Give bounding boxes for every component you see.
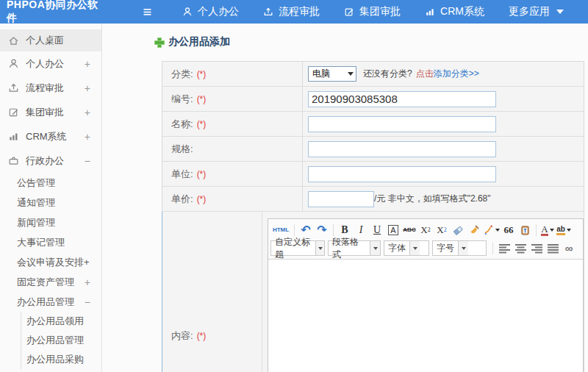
chart-icon — [7, 131, 19, 142]
link-icon[interactable]: ∞ — [562, 241, 576, 256]
nav-label: 个人办公 — [198, 5, 239, 18]
required-mark: (*) — [197, 119, 207, 129]
sidebar-item-supplies-claim[interactable]: 办公用品领用 — [21, 312, 101, 331]
bold-button[interactable]: B — [337, 223, 352, 237]
category-select[interactable]: 电脑 — [308, 66, 356, 82]
sidebar-item-label: CRM系统 — [26, 130, 67, 143]
format-brush-icon[interactable] — [467, 223, 481, 237]
undo-icon[interactable]: ↶ — [298, 223, 313, 237]
field-label: 内容: — [171, 329, 193, 343]
sidebar-item-supplies-manage[interactable]: 办公用品管理 — [21, 331, 101, 350]
collapse-minus-icon: − — [85, 155, 90, 167]
expand-plus-icon: + — [85, 58, 90, 70]
caret-down-icon — [550, 229, 554, 232]
collapse-minus-icon: − — [85, 296, 90, 308]
editor-content-area[interactable] — [268, 260, 583, 372]
home-icon — [7, 35, 19, 46]
eraser-icon[interactable] — [451, 223, 465, 237]
auto-typeset-icon[interactable] — [483, 223, 500, 237]
align-right-icon[interactable] — [529, 241, 544, 256]
sidebar-item-fixed-assets-mgmt[interactable]: 固定资产管理 + — [0, 272, 101, 292]
sidebar-item-notice-mgmt[interactable]: 通知管理 — [0, 193, 101, 212]
align-left-icon[interactable] — [497, 241, 512, 256]
source-code-button[interactable]: HTML — [271, 223, 290, 237]
expand-plus-icon: + — [85, 276, 90, 288]
sidebar-item-personal-desktop[interactable]: 个人桌面 — [0, 29, 101, 51]
toolbar-divider — [492, 243, 493, 254]
name-input[interactable] — [308, 116, 496, 132]
sidebar-item-crm-system[interactable]: CRM系统 + — [0, 124, 101, 149]
custom-title-select[interactable]: 自定义标题 — [270, 240, 325, 256]
sidebar-item-group-approval[interactable]: 集团审批 + — [0, 100, 101, 124]
sidebar-item-process-approval[interactable]: 流程审批 + — [0, 76, 101, 100]
top-bar: PHPOA协同办公软件 ≡ 个人办公 流程审批 集团审批 CRM系统 更多应用 — [0, 0, 588, 24]
add-icon — [154, 37, 163, 46]
category-selected-value: 电脑 — [312, 68, 330, 80]
price-input[interactable] — [308, 191, 374, 207]
nav-personal-office[interactable]: 个人办公 — [182, 5, 239, 18]
sidebar-item-news-mgmt[interactable]: 新闻管理 — [0, 212, 101, 232]
spec-input[interactable] — [308, 141, 496, 157]
redo-icon[interactable]: ↷ — [315, 223, 329, 237]
sidebar-item-label: 个人办公 — [26, 57, 64, 71]
sidebar-item-label: 办公用品管理 — [26, 334, 84, 347]
underline-button[interactable]: U — [370, 223, 384, 237]
field-label: 编号: — [171, 93, 193, 106]
nav-crm-system[interactable]: CRM系统 — [425, 5, 484, 18]
sidebar-item-personal-office[interactable]: 个人办公 + — [0, 51, 101, 76]
user-icon — [7, 58, 19, 69]
menu-icon[interactable]: ≡ — [143, 4, 151, 19]
align-justify-icon[interactable] — [545, 241, 560, 256]
font-family-select[interactable]: 字体 — [384, 240, 429, 256]
align-center-icon[interactable] — [513, 241, 528, 256]
blockquote-button[interactable]: 66 — [501, 223, 516, 237]
sidebar-item-label: 办公用品管理 — [17, 296, 74, 309]
user-icon — [182, 7, 193, 17]
font-color-button[interactable]: A — [540, 223, 555, 237]
sidebar-item-office-supplies-mgmt[interactable]: 办公用品管理 − — [0, 292, 101, 312]
highlight-color-button[interactable]: ab — [556, 223, 571, 237]
caret-down-icon — [556, 10, 564, 14]
sidebar-item-label: 办公用品采购 — [26, 353, 84, 366]
briefcase-icon — [7, 155, 19, 166]
font-border-button[interactable]: A — [386, 223, 401, 237]
required-mark: (*) — [197, 169, 207, 179]
sidebar-item-label: 新闻管理 — [17, 216, 55, 229]
paragraph-format-select[interactable]: 段落格式 — [328, 240, 381, 256]
sidebar-item-label: 大事记管理 — [17, 236, 65, 249]
add-category-link-click[interactable]: 点击 — [416, 68, 434, 80]
nav-process-approval[interactable]: 流程审批 — [263, 5, 320, 18]
sidebar-item-memorabilia-mgmt[interactable]: 大事记管理 — [0, 232, 101, 252]
subscript-button[interactable]: X2 — [434, 223, 449, 237]
chevron-down-icon — [315, 241, 324, 255]
form-row-spec: 规格: — [162, 137, 584, 162]
sidebar-item-supplies-purchase[interactable]: 办公用品采购 — [21, 350, 101, 369]
sidebar: 个人桌面 个人办公 + 流程审批 + 集团审批 + CRM系统 + 行政办公 −… — [0, 24, 102, 372]
sidebar-item-label: 公告管理 — [17, 176, 55, 190]
chevron-down-icon — [348, 72, 354, 76]
italic-button[interactable]: I — [354, 223, 368, 237]
edit-icon — [7, 107, 19, 118]
sidebar-item-announcement-mgmt[interactable]: 公告管理 — [0, 173, 101, 193]
add-category-link[interactable]: 添加分类>> — [434, 68, 479, 80]
rich-text-editor: HTML ↶ ↷ B I U A ABC X2 X2 — [268, 218, 584, 372]
sidebar-item-label: 行政办公 — [26, 154, 64, 168]
required-mark: (*) — [197, 94, 207, 104]
strikethrough-button[interactable]: ABC — [402, 223, 417, 237]
nav-label: 更多应用 — [509, 5, 550, 18]
toolbar-divider — [294, 224, 295, 236]
sidebar-item-label: 固定资产管理 — [17, 276, 74, 289]
superscript-button[interactable]: X2 — [418, 223, 433, 237]
sidebar-item-admin-office[interactable]: 行政办公 − — [0, 149, 101, 173]
paste-text-icon[interactable] — [517, 223, 532, 237]
expand-plus-icon: + — [85, 107, 90, 118]
nav-label: CRM系统 — [440, 5, 484, 18]
unit-input[interactable] — [308, 166, 496, 182]
number-input[interactable] — [308, 91, 496, 107]
nav-group-approval[interactable]: 集团审批 — [344, 5, 401, 18]
font-size-select[interactable]: 字号 — [432, 240, 487, 256]
nav-more-apps[interactable]: 更多应用 — [509, 5, 564, 18]
price-hint: /元 非中文，如填写格式"2.68" — [374, 193, 491, 205]
sidebar-item-meeting-mgmt[interactable]: 会议申请及安排+ — [0, 252, 101, 272]
caret-down-icon — [567, 229, 571, 232]
